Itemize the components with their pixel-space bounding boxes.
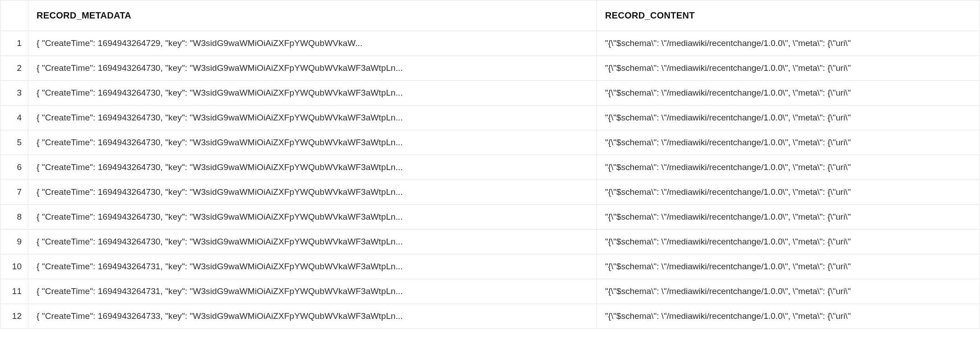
cell-content[interactable]: "{\"$schema\": \"/mediawiki/recentchange… <box>597 56 980 81</box>
cell-content[interactable]: "{\"$schema\": \"/mediawiki/recentchange… <box>597 279 980 304</box>
table-row[interactable]: 9 { "CreateTime": 1694943264730, "key": … <box>0 230 980 254</box>
row-number: 8 <box>0 205 28 230</box>
cell-metadata[interactable]: { "CreateTime": 1694943264730, "key": "W… <box>28 155 597 180</box>
row-number: 12 <box>0 304 28 329</box>
cell-content[interactable]: "{\"$schema\": \"/mediawiki/recentchange… <box>597 155 980 180</box>
header-rownum <box>0 0 28 31</box>
cell-content[interactable]: "{\"$schema\": \"/mediawiki/recentchange… <box>597 254 980 279</box>
cell-metadata[interactable]: { "CreateTime": 1694943264730, "key": "W… <box>28 106 597 130</box>
row-number: 9 <box>0 230 28 254</box>
data-table: RECORD_METADATA RECORD_CONTENT 1 { "Crea… <box>0 0 980 329</box>
row-number: 11 <box>0 279 28 304</box>
row-number: 6 <box>0 155 28 180</box>
cell-metadata[interactable]: { "CreateTime": 1694943264730, "key": "W… <box>28 56 597 81</box>
cell-metadata[interactable]: { "CreateTime": 1694943264733, "key": "W… <box>28 304 597 329</box>
cell-metadata[interactable]: { "CreateTime": 1694943264731, "key": "W… <box>28 254 597 279</box>
table-row[interactable]: 3 { "CreateTime": 1694943264730, "key": … <box>0 81 980 106</box>
row-number: 10 <box>0 254 28 279</box>
table-row[interactable]: 4 { "CreateTime": 1694943264730, "key": … <box>0 106 980 130</box>
table-row[interactable]: 11 { "CreateTime": 1694943264731, "key":… <box>0 279 980 304</box>
cell-content[interactable]: "{\"$schema\": \"/mediawiki/recentchange… <box>597 230 980 254</box>
cell-metadata[interactable]: { "CreateTime": 1694943264731, "key": "W… <box>28 279 597 304</box>
table-header-row: RECORD_METADATA RECORD_CONTENT <box>0 0 980 31</box>
cell-metadata[interactable]: { "CreateTime": 1694943264730, "key": "W… <box>28 180 597 205</box>
cell-content[interactable]: "{\"$schema\": \"/mediawiki/recentchange… <box>597 81 980 106</box>
cell-content[interactable]: "{\"$schema\": \"/mediawiki/recentchange… <box>597 180 980 205</box>
row-number: 4 <box>0 106 28 130</box>
table-row[interactable]: 5 { "CreateTime": 1694943264730, "key": … <box>0 130 980 155</box>
row-number: 3 <box>0 81 28 106</box>
table-row[interactable]: 1 { "CreateTime": 1694943264729, "key": … <box>0 31 980 56</box>
cell-metadata[interactable]: { "CreateTime": 1694943264729, "key": "W… <box>28 31 597 56</box>
row-number: 1 <box>0 31 28 56</box>
cell-metadata[interactable]: { "CreateTime": 1694943264730, "key": "W… <box>28 205 597 230</box>
row-number: 7 <box>0 180 28 205</box>
column-header-metadata[interactable]: RECORD_METADATA <box>28 0 597 31</box>
table-row[interactable]: 10 { "CreateTime": 1694943264731, "key":… <box>0 254 980 279</box>
cell-content[interactable]: "{\"$schema\": \"/mediawiki/recentchange… <box>597 130 980 155</box>
cell-metadata[interactable]: { "CreateTime": 1694943264730, "key": "W… <box>28 81 597 106</box>
table-row[interactable]: 6 { "CreateTime": 1694943264730, "key": … <box>0 155 980 180</box>
row-number: 2 <box>0 56 28 81</box>
row-number: 5 <box>0 130 28 155</box>
table-row[interactable]: 2 { "CreateTime": 1694943264730, "key": … <box>0 56 980 81</box>
cell-content[interactable]: "{\"$schema\": \"/mediawiki/recentchange… <box>597 205 980 230</box>
cell-metadata[interactable]: { "CreateTime": 1694943264730, "key": "W… <box>28 230 597 254</box>
table-row[interactable]: 8 { "CreateTime": 1694943264730, "key": … <box>0 205 980 230</box>
cell-metadata[interactable]: { "CreateTime": 1694943264730, "key": "W… <box>28 130 597 155</box>
cell-content[interactable]: "{\"$schema\": \"/mediawiki/recentchange… <box>597 31 980 56</box>
cell-content[interactable]: "{\"$schema\": \"/mediawiki/recentchange… <box>597 304 980 329</box>
cell-content[interactable]: "{\"$schema\": \"/mediawiki/recentchange… <box>597 106 980 130</box>
column-header-content[interactable]: RECORD_CONTENT <box>597 0 980 31</box>
table-row[interactable]: 12 { "CreateTime": 1694943264733, "key":… <box>0 304 980 329</box>
table-row[interactable]: 7 { "CreateTime": 1694943264730, "key": … <box>0 180 980 205</box>
